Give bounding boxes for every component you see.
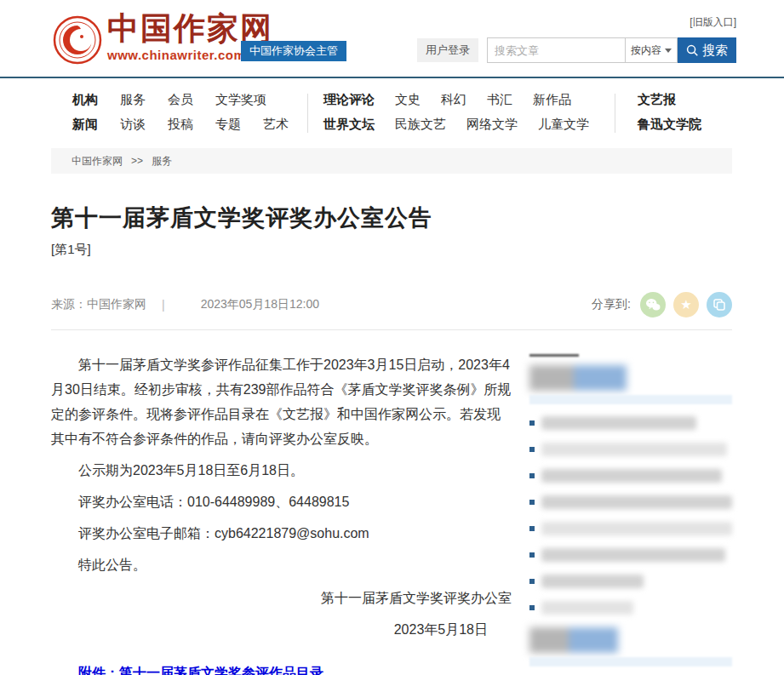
old-version-link[interactable]: [旧版入口] xyxy=(690,15,736,30)
nav-item-kehuan[interactable]: 科幻 xyxy=(441,92,466,108)
breadcrumb-current[interactable]: 服务 xyxy=(152,154,172,169)
nav-item-huiyuan[interactable]: 会员 xyxy=(168,92,193,108)
nav-item-wenxuejiangxiang[interactable]: 文学奖项 xyxy=(215,92,266,108)
logo-emblem-icon xyxy=(53,15,102,65)
bullet-icon xyxy=(529,605,535,610)
nav-item-zhuanti[interactable]: 专题 xyxy=(215,117,241,133)
sidebar-item-placeholder[interactable] xyxy=(529,469,732,483)
sidebar-header-bar xyxy=(529,395,732,404)
search-filter-select[interactable]: 按内容 xyxy=(625,37,678,63)
wechat-share-icon[interactable] xyxy=(640,292,666,317)
publish-datetime: 2023年05月18日12:00 xyxy=(201,297,319,312)
search-button[interactable]: 搜索 xyxy=(678,37,736,63)
bullet-icon xyxy=(529,552,535,558)
chevron-down-icon xyxy=(665,49,672,53)
sidebar-header-bar xyxy=(529,657,732,666)
divider xyxy=(51,329,732,330)
paragraph: 评奖办公室电子邮箱：cyb64221879@sohu.com xyxy=(51,521,512,546)
share-label: 分享到: xyxy=(592,297,631,312)
sidebar-item-placeholder[interactable] xyxy=(529,495,732,509)
paragraph: 公示期为2023年5月18日至6月18日。 xyxy=(51,458,512,483)
attachment-link[interactable]: 附件：第十一届茅盾文学奖参评作品目录 xyxy=(51,661,323,675)
article-meta: 来源： 中国作家网 | 2023年05月18日12:00 xyxy=(51,297,319,312)
sidebar-list xyxy=(529,416,732,615)
main-nav: 机构 服务 会员 文学奖项 新闻 访谈 投稿 专题 艺术 理论评论 文史 科幻 … xyxy=(0,78,784,145)
nav-item-fuwu[interactable]: 服务 xyxy=(120,92,146,108)
signature-date: 2023年5月18日 xyxy=(51,617,512,642)
nav-item-fangtan[interactable]: 访谈 xyxy=(120,117,146,133)
source-value: 中国作家网 xyxy=(87,297,146,312)
nav-item-shijiewentan[interactable]: 世界文坛 xyxy=(323,117,375,133)
sidebar-item-placeholder[interactable] xyxy=(529,443,732,456)
copy-share-icon[interactable] xyxy=(707,292,732,317)
nav-item-jigou[interactable]: 机构 xyxy=(72,92,98,108)
breadcrumb-separator: >> xyxy=(131,155,143,167)
nav-item-wenshi[interactable]: 文史 xyxy=(395,92,421,108)
issue-number: [第1号] xyxy=(51,242,732,258)
nav-divider xyxy=(615,94,615,133)
meta-separator: | xyxy=(162,298,165,312)
site-header: 中国作家网 www.chinawriter.com.cn 中国作家协会主管 [旧… xyxy=(0,0,784,78)
page-title: 第十一届茅盾文学奖评奖办公室公告 xyxy=(51,203,732,233)
sidebar-item-placeholder[interactable] xyxy=(529,575,732,588)
bullet-icon xyxy=(529,473,535,478)
bullet-icon xyxy=(529,579,535,584)
nav-item-wangluowenxue[interactable]: 网络文学 xyxy=(466,117,518,133)
article-body: 第十一届茅盾文学奖参评作品征集工作于2023年3月15日启动，2023年4月30… xyxy=(51,352,512,675)
source-label: 来源： xyxy=(51,297,87,312)
nav-item-tougao[interactable]: 投稿 xyxy=(168,117,193,133)
paragraph: 第十一届茅盾文学奖参评作品征集工作于2023年3月15日启动，2023年4月30… xyxy=(51,352,512,451)
nav-item-yishu[interactable]: 艺术 xyxy=(263,117,289,133)
nav-item-minzuwenyi[interactable]: 民族文艺 xyxy=(395,117,446,133)
search-input[interactable] xyxy=(487,37,625,63)
paragraph: 评奖办公室电话：010-64489989、64489815 xyxy=(51,489,512,514)
nav-item-xinzuopin[interactable]: 新作品 xyxy=(533,92,571,108)
sidebar-header-placeholder xyxy=(529,627,732,653)
nav-item-wenyibao[interactable]: 文艺报 xyxy=(638,92,676,108)
supervisor-badge: 中国作家协会主管 xyxy=(241,41,346,61)
bullet-icon xyxy=(529,500,535,505)
nav-item-xinwen[interactable]: 新闻 xyxy=(72,117,98,133)
star-share-icon[interactable]: ★ xyxy=(673,292,699,317)
bullet-icon xyxy=(529,447,535,452)
paragraph: 特此公告。 xyxy=(51,552,512,577)
related-sidebar xyxy=(529,352,732,675)
bullet-icon xyxy=(529,526,535,531)
bullet-icon xyxy=(529,420,535,426)
breadcrumb: 中国作家网 >> 服务 xyxy=(51,148,732,174)
nav-item-luxunwenxueyuan[interactable]: 鲁迅文学院 xyxy=(638,117,701,133)
magnifier-icon xyxy=(686,44,699,57)
sidebar-item-placeholder[interactable] xyxy=(529,522,732,535)
sidebar-header-placeholder xyxy=(529,365,732,391)
user-login-button[interactable]: 用户登录 xyxy=(417,38,478,62)
nav-item-shuhui[interactable]: 书汇 xyxy=(487,92,512,108)
nav-item-ertongwenxue[interactable]: 儿童文学 xyxy=(538,117,589,133)
breadcrumb-root[interactable]: 中国作家网 xyxy=(72,154,123,169)
nav-divider xyxy=(307,94,308,133)
nav-item-lilunpinglun[interactable]: 理论评论 xyxy=(323,92,375,108)
sidebar-item-placeholder[interactable] xyxy=(529,416,732,430)
sidebar-tab-underline xyxy=(529,354,579,357)
sidebar-item-placeholder[interactable] xyxy=(529,601,732,615)
signature: 第十一届茅盾文学奖评奖办公室 xyxy=(51,586,512,610)
sidebar-item-placeholder[interactable] xyxy=(529,548,732,562)
